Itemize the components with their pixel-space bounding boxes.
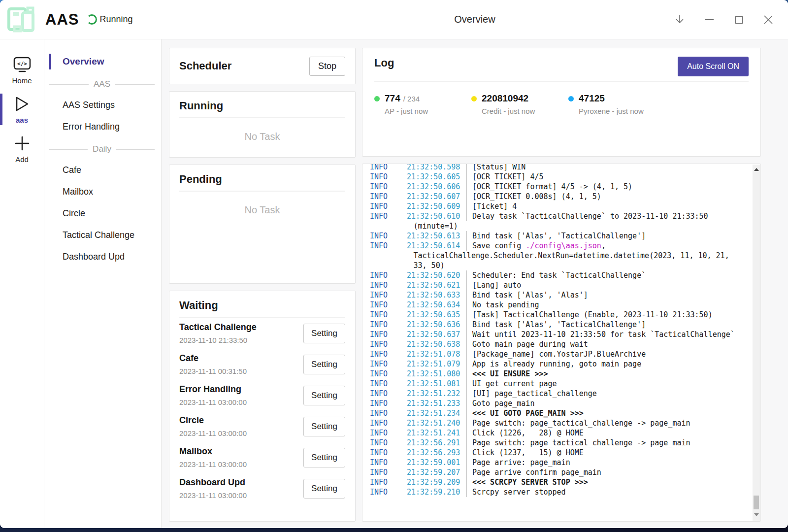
- log-timestamp: 21:32:59.207: [407, 467, 466, 477]
- log-timestamp: 21:32:51.241: [407, 428, 466, 438]
- close-icon[interactable]: [761, 13, 775, 27]
- log-line: INFO21:32:50.609[Ticket] 4: [370, 201, 746, 211]
- divider-line: [49, 84, 89, 85]
- main-content: Scheduler Stop Running No Task Pending N…: [162, 39, 788, 528]
- log-level: INFO: [370, 290, 407, 300]
- sidebar-item-tactical-challenge[interactable]: Tactical Challenge: [44, 225, 161, 245]
- log-message-segment: <<< SCRCPY SERVER STOP >>>: [472, 478, 588, 487]
- log-timestamp: 21:32:50.621: [407, 280, 466, 290]
- play-icon: [14, 96, 30, 112]
- log-message: Bind task ['Alas', 'Alas']: [466, 290, 588, 300]
- log-line: INFO21:32:56.291Page switch: page_tactic…: [370, 438, 746, 448]
- log-message: Page switch: page_tactical_challenge -> …: [466, 438, 690, 448]
- log-level: INFO: [370, 320, 407, 330]
- log-line: INFO21:32:59.210Scrcpy server stopped: [370, 487, 746, 497]
- log-message: <<< UI GOTO PAGE_MAIN >>>: [466, 408, 584, 418]
- log-level: INFO: [370, 389, 407, 399]
- waiting-task-time: 2023-11-11 03:00:00: [179, 491, 247, 499]
- waiting-task-time: 2023-11-11 03:00:00: [179, 398, 247, 406]
- waiting-task-row: Tactical Challenge2023-11-10 21:33:50Set…: [179, 318, 345, 349]
- waiting-task-row: Circle2023-11-11 03:00:00Setting: [179, 411, 345, 442]
- log-message-segment: (minute=1): [414, 222, 458, 231]
- log-line: TacticalChallenge.Scheduler.NextRun=date…: [370, 251, 746, 261]
- log-message: Page arrive confirm page_main: [466, 467, 601, 477]
- waiting-task-row: Mailbox2023-11-11 03:00:00Setting: [179, 442, 345, 473]
- task-setting-button[interactable]: Setting: [303, 324, 345, 343]
- log-message-segment: 33, 50): [414, 261, 445, 270]
- sidebar-item-overview[interactable]: Overview: [44, 51, 161, 72]
- sidebar-item-dashboard-upd[interactable]: Dashboard Upd: [44, 247, 161, 267]
- log-message-segment: Goto main page during wait: [472, 340, 588, 349]
- log-line: INFO21:32:50.637Wait until 2023-11-10 21…: [370, 330, 746, 339]
- log-scrollbar[interactable]: [753, 165, 760, 521]
- log-timestamp: 21:32:50.598: [407, 164, 466, 172]
- rail-item-home[interactable]: </> Home: [0, 50, 44, 90]
- waiting-task-info: Circle2023-11-11 03:00:00: [179, 415, 247, 437]
- nav-group-label: Daily: [93, 144, 111, 154]
- log-message-segment: No task pending: [472, 300, 539, 309]
- left-rail: </> Home aas Add: [0, 39, 44, 528]
- log-timestamp: 21:32:51.240: [407, 418, 466, 428]
- task-setting-button[interactable]: Setting: [303, 448, 345, 467]
- rail-item-aas[interactable]: aas: [0, 90, 44, 129]
- sidebar-item-cafe[interactable]: Cafe: [44, 160, 161, 180]
- log-level: INFO: [370, 349, 407, 359]
- waiting-task-time: 2023-11-11 00:31:50: [179, 367, 247, 375]
- sidebar-item-circle[interactable]: Circle: [44, 203, 161, 224]
- log-message: (minute=1): [407, 221, 458, 231]
- scrollbar-down-arrow-icon[interactable]: [753, 512, 760, 518]
- task-setting-button[interactable]: Setting: [303, 479, 345, 499]
- log-line: INFO21:32:51.233Goto page_main: [370, 399, 746, 408]
- scrollbar-thumb[interactable]: [754, 496, 759, 509]
- stat-value: 220810942: [482, 93, 528, 104]
- log-message: [Ticket] 4: [466, 201, 517, 211]
- waiting-task-name: Cafe: [179, 353, 247, 364]
- task-setting-button[interactable]: Setting: [303, 386, 345, 405]
- log-line: INFO21:32:51.081UI get current page: [370, 379, 746, 389]
- stop-button[interactable]: Stop: [309, 57, 345, 76]
- log-message-segment: Wait until 2023-11-10 21:33:50 for task …: [472, 330, 735, 339]
- task-setting-button[interactable]: Setting: [303, 417, 345, 436]
- log-message: [OCR_TICKET 0.008s] (4, 1, 5): [466, 192, 601, 201]
- waiting-title: Waiting: [179, 299, 345, 312]
- log-level: [370, 221, 407, 231]
- log-level: INFO: [370, 448, 407, 458]
- scrollbar-up-arrow-icon[interactable]: [753, 166, 760, 172]
- sidebar-item-mailbox[interactable]: Mailbox: [44, 182, 161, 202]
- log-line: INFO21:32:50.613Bind task ['Alas', 'Tact…: [370, 231, 746, 241]
- log-line: INFO21:32:50.634No task pending: [370, 300, 746, 310]
- nav-group-label: AAS: [94, 79, 110, 89]
- stat-top: 774/ 234: [374, 93, 471, 104]
- waiting-task-info: Cafe2023-11-11 00:31:50: [179, 353, 247, 375]
- app-window: AAS Running Overview </> Home: [0, 0, 788, 528]
- app-name: AAS: [45, 11, 79, 29]
- rail-item-add[interactable]: Add: [0, 129, 44, 168]
- maximize-icon[interactable]: [732, 13, 746, 27]
- download-update-icon[interactable]: [673, 13, 687, 27]
- nav-group-divider: AAS: [44, 73, 161, 95]
- log-timestamp: 21:32:51.232: [407, 389, 466, 399]
- waiting-task-name: Tactical Challenge: [179, 322, 257, 332]
- log-line: INFO21:32:56.293Click (1237, 15) @ HOME: [370, 448, 746, 458]
- waiting-card: Waiting Tactical Challenge2023-11-10 21:…: [169, 291, 356, 522]
- log-timestamp: 21:32:51.233: [407, 399, 466, 408]
- sidebar-item-error-handling[interactable]: Error Handling: [44, 117, 161, 137]
- auto-scroll-toggle[interactable]: Auto Scroll ON: [678, 57, 749, 76]
- log-level: INFO: [370, 192, 407, 201]
- log-message: UI get current page: [466, 379, 557, 389]
- log-message: Goto main page during wait: [466, 339, 588, 349]
- stat-top: 220810942: [471, 93, 568, 104]
- log-message-segment: [Lang] auto: [472, 281, 521, 290]
- log-timestamp: 21:32:59.210: [407, 487, 466, 497]
- log-message: App is already running, goto main page: [466, 359, 641, 369]
- waiting-task-info: Dashboard Upd2023-11-11 03:00:00: [179, 477, 247, 499]
- log-level: INFO: [370, 428, 407, 438]
- sidebar-item-aas-settings[interactable]: AAS Settings: [44, 95, 161, 115]
- task-setting-button[interactable]: Setting: [303, 355, 345, 374]
- svg-text:</>: </>: [17, 61, 27, 67]
- minimize-icon[interactable]: [702, 13, 716, 27]
- log-timestamp: 21:32:50.613: [407, 231, 466, 241]
- log-message-segment: [Package_name] com.YostarJP.BlueArchive: [472, 350, 646, 359]
- log-timestamp: 21:32:50.610: [407, 211, 466, 221]
- log-lines: INFO21:32:50.598[Status] WININFO21:32:50…: [370, 164, 746, 497]
